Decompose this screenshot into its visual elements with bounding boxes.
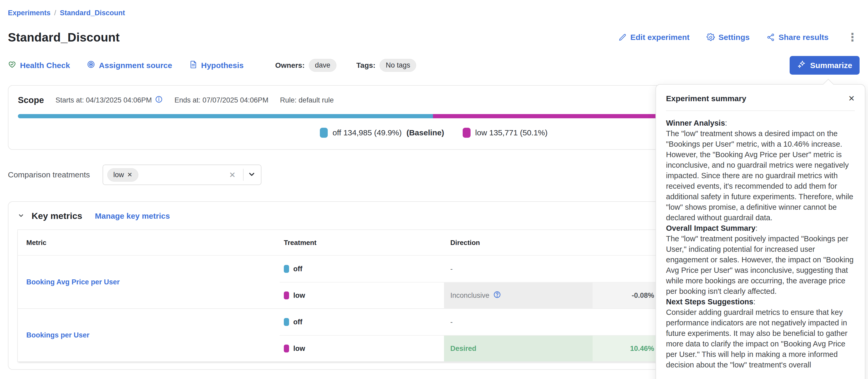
title-row: Standard_Discount Edit experiment Settin… [8, 30, 860, 44]
treatment-cell-off: off [280, 309, 444, 335]
legend-off-text: off 134,985 (49.9%) [333, 128, 402, 137]
off-swatch [284, 318, 289, 326]
treatment-cell-low: low [280, 282, 444, 308]
assignment-source-link[interactable]: Assignment source [87, 60, 172, 70]
tags: Tags: No tags [356, 59, 416, 72]
edit-experiment-button[interactable]: Edit experiment [618, 33, 689, 42]
experiment-summary-panel: Experiment summary ✕ Winner Analysis: Th… [655, 84, 865, 379]
health-check-label: Health Check [20, 61, 70, 70]
low-swatch [463, 128, 471, 138]
treatment-chip-low[interactable]: low ✕ [107, 168, 138, 182]
hypothesis-link[interactable]: Hypothesis [189, 60, 244, 70]
breadcrumb-experiments-link[interactable]: Experiments [8, 9, 51, 17]
scope-ends: Ends at: 07/07/2025 04:06PM [175, 96, 268, 104]
manage-key-metrics-link[interactable]: Manage key metrics [95, 212, 170, 220]
legend-low-text: low 135,771 (50.1%) [475, 128, 548, 137]
gear-icon [707, 33, 715, 41]
share-icon [767, 33, 775, 41]
summary-section-body: The "low" treatment positively impacted … [666, 233, 855, 297]
column-treatment: Treatment [280, 239, 444, 247]
edit-experiment-label: Edit experiment [630, 33, 689, 42]
breadcrumb-current-link[interactable]: Standard_Discount [60, 9, 125, 17]
breadcrumb: Experiments / Standard_Discount [8, 9, 860, 17]
chip-label: low [113, 171, 124, 179]
info-icon[interactable] [155, 95, 163, 105]
meta-links: Health Check Assignment source Hypothesi… [8, 60, 244, 70]
tags-pill[interactable]: No tags [379, 59, 416, 72]
panel-divider [666, 110, 855, 111]
page-title: Standard_Discount [8, 30, 120, 44]
tags-label: Tags: [356, 61, 376, 70]
health-check-link[interactable]: Health Check [8, 60, 70, 70]
select-divider [243, 169, 244, 181]
direction-cell-desired: Desired [444, 335, 593, 361]
metric-cell: Bookings per User [18, 309, 280, 361]
owners-label: Owners: [275, 61, 305, 70]
heart-check-icon [8, 60, 16, 70]
treatment-cell-low: low [280, 335, 444, 361]
close-icon[interactable]: ✕ [848, 95, 855, 103]
summary-section: Overall Impact Summary: The "low" treatm… [666, 223, 855, 297]
chip-remove-icon[interactable]: ✕ [127, 171, 132, 178]
share-results-button[interactable]: Share results [767, 33, 829, 42]
legend-item-low: low 135,771 (50.1%) [463, 128, 548, 138]
summary-panel-title: Experiment summary [666, 94, 746, 103]
metric-link-booking-avg-price[interactable]: Booking Avg Price per User [26, 278, 120, 286]
off-swatch [284, 265, 289, 273]
low-swatch [284, 291, 289, 299]
owners: Owners: dave [275, 59, 336, 72]
low-swatch [284, 345, 289, 352]
legend-item-off: off 134,985 (49.9%) (Baseline) [320, 128, 444, 138]
summary-section: Next Steps Suggestions: Consider adding … [666, 297, 855, 370]
settings-label: Settings [719, 33, 750, 42]
share-results-label: Share results [779, 33, 829, 42]
breadcrumb-separator: / [54, 9, 56, 17]
column-metric: Metric [18, 239, 280, 247]
treatment-select[interactable]: low ✕ ✕ [102, 165, 261, 185]
metric-cell: Booking Avg Price per User [18, 256, 280, 308]
hypothesis-label: Hypothesis [201, 61, 244, 70]
meta-row: Health Check Assignment source Hypothesi… [8, 56, 860, 75]
document-icon [189, 60, 197, 70]
direction-cell-inconclusive: Inconclusive [444, 282, 593, 308]
direction-cell: - [444, 256, 593, 282]
scope-starts: Starts at: 04/13/2025 04:06PM [56, 95, 163, 105]
scope-rule: Rule: default rule [280, 96, 334, 104]
key-metrics-title: Key metrics [32, 211, 82, 221]
summarize-label: Summarize [810, 61, 852, 70]
allocation-segment-off [18, 114, 433, 118]
legend-baseline-label: (Baseline) [406, 128, 444, 137]
select-clear-icon[interactable]: ✕ [225, 170, 239, 179]
assignment-source-label: Assignment source [99, 61, 172, 70]
more-menu-button[interactable]: ⋮ [845, 32, 860, 43]
settings-button[interactable]: Settings [707, 33, 750, 42]
comparison-label: Comparison treatments [8, 170, 90, 179]
summary-section-body: Consider adding guardrail metrics to ens… [666, 307, 855, 370]
summarize-button[interactable]: Summarize [789, 56, 860, 75]
target-icon [87, 60, 95, 70]
summary-panel-header: Experiment summary ✕ [666, 94, 855, 103]
chevron-down-icon[interactable] [247, 170, 256, 180]
off-swatch [320, 128, 328, 138]
summary-section: Winner Analysis: The "low" treatment sho… [666, 118, 855, 223]
pencil-icon [618, 33, 626, 41]
direction-cell: - [444, 309, 593, 335]
sparkles-icon [797, 60, 806, 71]
collapse-chevron-icon[interactable] [18, 212, 25, 220]
column-direction: Direction [444, 239, 593, 247]
scope-title: Scope [18, 95, 44, 105]
help-icon[interactable] [493, 291, 501, 301]
header-actions: Edit experiment Settings Share results ⋮ [618, 32, 860, 43]
summary-panel-body: Winner Analysis: The "low" treatment sho… [666, 118, 855, 370]
metric-link-bookings-per-user[interactable]: Bookings per User [26, 331, 89, 339]
treatment-cell-off: off [280, 256, 444, 282]
owner-pill[interactable]: dave [309, 59, 336, 72]
summary-section-body: The "low" treatment shows a desired impa… [666, 128, 855, 223]
